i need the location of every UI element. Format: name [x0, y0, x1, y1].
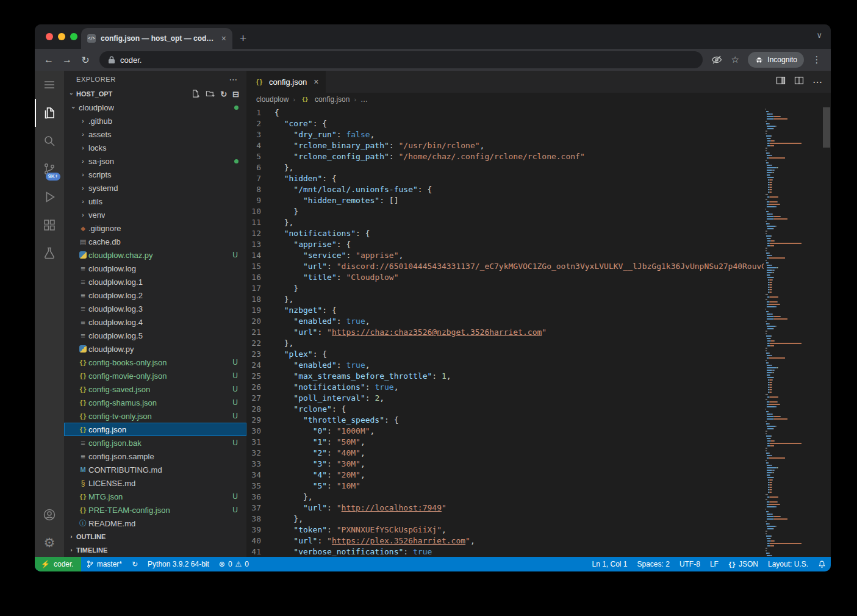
- reload-button[interactable]: ↻: [76, 51, 95, 68]
- remote-indicator[interactable]: ⚡ coder.: [35, 557, 81, 571]
- code-line-5[interactable]: 5 "rclone_config_path": "/home/chaz/.con…: [246, 151, 764, 162]
- code-line-30[interactable]: 30 "0": "1000M",: [246, 426, 764, 437]
- code-line-4[interactable]: 4 "rclone_binary_path": "/usr/bin/rclone…: [246, 140, 764, 151]
- scrollbar-thumb[interactable]: [823, 107, 830, 148]
- code-line-10[interactable]: 10 }: [246, 206, 764, 217]
- code-line-28[interactable]: 28 "rclone": {: [246, 404, 764, 415]
- git-branch-item[interactable]: master*: [81, 557, 127, 571]
- tree-file-config-shamus.json[interactable]: {}config-shamus.jsonU: [64, 396, 246, 409]
- explorer-more-icon[interactable]: ⋯: [229, 74, 238, 84]
- tree-file-cloudplow.log.1[interactable]: ≡cloudplow.log.1: [64, 275, 246, 288]
- tree-file-config-movie-only.json[interactable]: {}config-movie-only.jsonU: [64, 369, 246, 382]
- account-icon[interactable]: [35, 501, 64, 529]
- code-line-12[interactable]: 12 "notifications": {: [246, 228, 764, 239]
- outline-section-header[interactable]: › OUTLINE: [64, 530, 246, 543]
- code-line-32[interactable]: 32 "2": "40M",: [246, 448, 764, 459]
- breadcrumb-more[interactable]: …: [360, 95, 368, 104]
- code-line-31[interactable]: 31 "1": "50M",: [246, 437, 764, 448]
- tree-file-cloudplow.log.3[interactable]: ≡cloudplow.log.3: [64, 302, 246, 315]
- bookmark-star-icon[interactable]: ☆: [726, 51, 744, 68]
- tree-file-cloudplow.log.4[interactable]: ≡cloudplow.log.4: [64, 315, 246, 329]
- breadcrumb-folder[interactable]: cloudplow: [256, 95, 289, 104]
- minimize-window-button[interactable]: [58, 33, 65, 40]
- tree-folder-assets[interactable]: ›assets: [64, 127, 246, 141]
- maximize-window-button[interactable]: [70, 33, 77, 40]
- toggle-layout-icon[interactable]: [776, 76, 786, 88]
- code-line-13[interactable]: 13 "apprise": {: [246, 239, 764, 250]
- tree-folder-locks[interactable]: ›locks: [64, 141, 246, 154]
- tree-folder-sa-json[interactable]: ›sa-json: [64, 154, 246, 168]
- testing-activity-icon[interactable]: [35, 239, 64, 267]
- code-line-39[interactable]: 39 "token": "PXNNXUEfYSCkUspGiiXj",: [246, 525, 764, 535]
- close-window-button[interactable]: [46, 33, 53, 40]
- refresh-explorer-icon[interactable]: ↻: [220, 90, 227, 99]
- code-line-9[interactable]: 9 "hidden_remotes": []: [246, 195, 764, 206]
- editor-more-actions-icon[interactable]: ⋯: [812, 76, 822, 88]
- tree-file-config.json[interactable]: {}config.json: [64, 423, 246, 436]
- code-line-7[interactable]: 7 "hidden": {: [246, 173, 764, 184]
- tree-file-CONTRIBUTING.md[interactable]: MCONTRIBUTING.md: [64, 463, 246, 476]
- browser-tab[interactable]: </> config.json — host_opt — code-server…: [81, 28, 232, 49]
- python-interpreter-item[interactable]: Python 3.9.2 64-bit: [143, 557, 214, 571]
- code-line-24[interactable]: 24 "enabled": true,: [246, 360, 764, 371]
- indentation-item[interactable]: Spaces: 2: [633, 557, 675, 571]
- tree-folder-cloudplow[interactable]: ›cloudplow: [64, 101, 246, 114]
- code-line-37[interactable]: 37 "url": "http://localhost:7949": [246, 503, 764, 514]
- tree-file-.gitignore[interactable]: ◆.gitignore: [64, 221, 246, 235]
- tree-file-LICENSE.md[interactable]: §LICENSE.md: [64, 476, 246, 490]
- code-line-20[interactable]: 20 "enabled": true,: [246, 316, 764, 327]
- cursor-position-item[interactable]: Ln 1, Col 1: [587, 557, 632, 571]
- tree-file-cloudplow.log.2[interactable]: ≡cloudplow.log.2: [64, 288, 246, 302]
- tree-file-cache.db[interactable]: ▤cache.db: [64, 235, 246, 248]
- tab-search-chevron-icon[interactable]: ∨: [816, 30, 822, 40]
- eol-item[interactable]: LF: [705, 557, 723, 571]
- sync-changes-item[interactable]: ↻: [127, 557, 143, 571]
- code-line-3[interactable]: 3 "dry_run": false,: [246, 129, 764, 140]
- browser-menu-icon[interactable]: ⋮: [808, 51, 826, 68]
- breadcrumb-file[interactable]: config.json: [315, 95, 350, 104]
- new-tab-button[interactable]: +: [240, 32, 246, 49]
- code-line-34[interactable]: 34 "4": "20M",: [246, 470, 764, 481]
- tree-file-config-saved.json[interactable]: {}config-saved.jsonU: [64, 382, 246, 396]
- code-line-25[interactable]: 25 "max_streams_before_throttle": 1,: [246, 371, 764, 382]
- notifications-bell-item[interactable]: [813, 557, 831, 571]
- code-line-35[interactable]: 35 "5": "10M": [246, 481, 764, 492]
- tree-file-PRE-TEAM-config.json[interactable]: {}PRE-TEAM-config.jsonU: [64, 503, 246, 517]
- code-line-41[interactable]: 41 "verbose_notifications": true: [246, 546, 764, 557]
- code-line-17[interactable]: 17 }: [246, 283, 764, 294]
- keyboard-layout-item[interactable]: Layout: U.S.: [763, 557, 813, 571]
- tree-file-README.md[interactable]: ⓘREADME.md: [64, 517, 246, 530]
- code-line-18[interactable]: 18 },: [246, 294, 764, 305]
- code-line-1[interactable]: 1{: [246, 107, 764, 118]
- menu-hamburger-icon[interactable]: [35, 71, 64, 99]
- tree-folder-venv[interactable]: ›venv: [64, 208, 246, 221]
- run-debug-activity-icon[interactable]: [35, 183, 64, 211]
- code-line-27[interactable]: 27 "poll_interval": 2,: [246, 393, 764, 404]
- tree-folder-scripts[interactable]: ›scripts: [64, 168, 246, 181]
- editor-tab-close-icon[interactable]: ×: [314, 77, 318, 87]
- language-mode-item[interactable]: {} JSON: [723, 557, 763, 571]
- tree-file-cloudplow.chaz.py[interactable]: cloudplow.chaz.pyU: [64, 248, 246, 262]
- code-line-8[interactable]: 8 "/mnt/local/.unionfs-fuse": {: [246, 184, 764, 195]
- code-line-26[interactable]: 26 "notifications": true,: [246, 382, 764, 393]
- editor-tab-config-json[interactable]: {} config.json ×: [246, 71, 326, 93]
- code-line-16[interactable]: 16 "title": "Cloudplow": [246, 272, 764, 283]
- code-line-23[interactable]: 23 "plex": {: [246, 349, 764, 360]
- tree-file-MTG.json[interactable]: {}MTG.jsonU: [64, 490, 246, 503]
- workspace-section-header[interactable]: › HOST_OPT ↻ ⊟: [64, 87, 246, 101]
- new-file-icon[interactable]: [191, 89, 200, 99]
- problems-item[interactable]: ⊗ 0 ⚠ 0: [214, 557, 254, 571]
- split-editor-icon[interactable]: [794, 76, 804, 88]
- tree-file-cloudplow.log[interactable]: ≡cloudplow.log: [64, 262, 246, 275]
- code-line-6[interactable]: 6 },: [246, 162, 764, 173]
- code-line-22[interactable]: 22 },: [246, 338, 764, 349]
- back-button[interactable]: ←: [40, 51, 58, 68]
- code-line-11[interactable]: 11 },: [246, 217, 764, 228]
- tree-folder-systemd[interactable]: ›systemd: [64, 181, 246, 195]
- tree-file-cloudplow.py[interactable]: cloudplow.py: [64, 342, 246, 356]
- tree-folder-.github[interactable]: ›.github: [64, 114, 246, 127]
- code-line-38[interactable]: 38 },: [246, 514, 764, 525]
- encoding-item[interactable]: UTF-8: [675, 557, 705, 571]
- tree-file-config-tv-only.json[interactable]: {}config-tv-only.jsonU: [64, 409, 246, 423]
- tree-file-config.json.bak[interactable]: ≡config.json.bakU: [64, 436, 246, 449]
